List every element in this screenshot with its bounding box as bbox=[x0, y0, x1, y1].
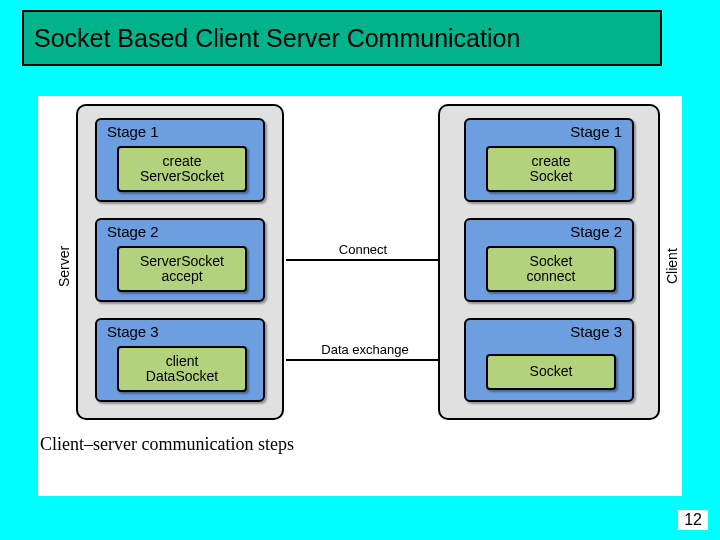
block-line: DataSocket bbox=[119, 369, 245, 384]
block-line: accept bbox=[119, 269, 245, 284]
block-line: client bbox=[119, 354, 245, 369]
slide-title: Socket Based Client Server Communication bbox=[34, 24, 520, 53]
page-number: 12 bbox=[678, 510, 708, 530]
client-stage-3-block: Socket bbox=[486, 354, 616, 390]
connector-label-connect: Connect bbox=[328, 242, 398, 257]
block-line: ServerSocket bbox=[119, 254, 245, 269]
stage-label: Stage 3 bbox=[107, 323, 159, 340]
diagram-area: Server Client Stage 1 create ServerSocke… bbox=[38, 96, 682, 496]
block-line: Socket bbox=[488, 169, 614, 184]
server-stage-1-block: create ServerSocket bbox=[117, 146, 247, 192]
client-stage-1-block: create Socket bbox=[486, 146, 616, 192]
server-stage-3-block: client DataSocket bbox=[117, 346, 247, 392]
stage-label: Stage 3 bbox=[570, 323, 622, 340]
block-line: create bbox=[488, 154, 614, 169]
server-stage-2: Stage 2 ServerSocket accept bbox=[95, 218, 265, 302]
server-stage-3: Stage 3 client DataSocket bbox=[95, 318, 265, 402]
client-container: Stage 1 create Socket Stage 2 Socket con… bbox=[438, 104, 660, 420]
stage-label: Stage 2 bbox=[570, 223, 622, 240]
client-stage-3: Stage 3 Socket bbox=[464, 318, 634, 402]
block-line: ServerSocket bbox=[119, 169, 245, 184]
server-container: Stage 1 create ServerSocket Stage 2 Serv… bbox=[76, 104, 284, 420]
figure-caption: Client–server communication steps bbox=[40, 434, 294, 455]
server-vertical-label: Server bbox=[56, 236, 72, 296]
block-line: connect bbox=[488, 269, 614, 284]
client-vertical-label: Client bbox=[664, 236, 680, 296]
connector-line-connect bbox=[286, 259, 438, 261]
stage-label: Stage 1 bbox=[107, 123, 159, 140]
client-stage-1: Stage 1 create Socket bbox=[464, 118, 634, 202]
stage-label: Stage 1 bbox=[570, 123, 622, 140]
client-stage-2: Stage 2 Socket connect bbox=[464, 218, 634, 302]
block-line: create bbox=[119, 154, 245, 169]
block-line: Socket bbox=[488, 364, 614, 379]
title-bar: Socket Based Client Server Communication bbox=[22, 10, 662, 66]
client-stage-2-block: Socket connect bbox=[486, 246, 616, 292]
server-stage-2-block: ServerSocket accept bbox=[117, 246, 247, 292]
block-line: Socket bbox=[488, 254, 614, 269]
connector-label-data-exchange: Data exchange bbox=[310, 342, 420, 357]
server-stage-1: Stage 1 create ServerSocket bbox=[95, 118, 265, 202]
connector-line-data-exchange bbox=[286, 359, 438, 361]
stage-label: Stage 2 bbox=[107, 223, 159, 240]
